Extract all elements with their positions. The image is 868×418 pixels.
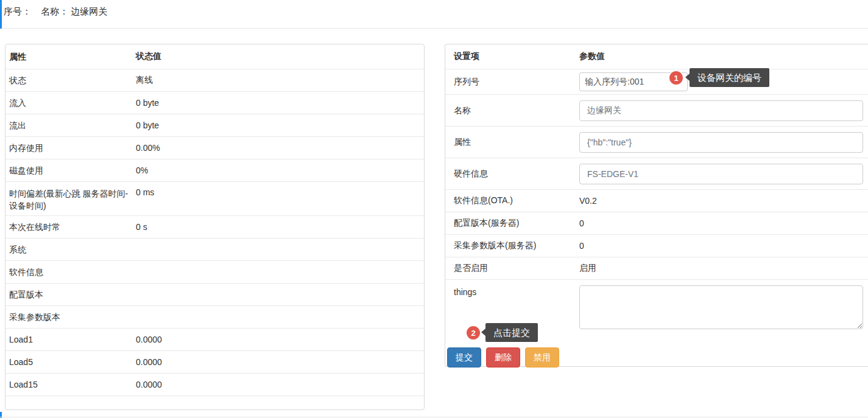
status-row: 采集参数版本 (5, 306, 424, 329)
collect-version-row: 采集参数版本(服务器) 0 (445, 235, 868, 257)
attribute-input[interactable] (579, 132, 863, 153)
serial-number-label: 序列号 (454, 77, 579, 88)
settings-panel: 设置项 参数值 序列号 名称 属性 硬件信息 (445, 44, 868, 367)
status-row-label: 配置版本 (9, 288, 136, 301)
status-row: Load5 0.0000 (5, 351, 424, 374)
name-label: 名称 (454, 105, 579, 116)
status-row: 内存使用 0.00% (5, 137, 424, 159)
col-header-param-value: 参数值 (579, 51, 868, 62)
col-header-status-value: 状态值 (136, 51, 420, 62)
hardware-info-input[interactable] (579, 164, 863, 184)
things-textarea[interactable] (579, 285, 863, 329)
status-panel: 属性 状态值 状态 离线 流入 0 byte 流出 0 byte (5, 44, 425, 410)
status-row: 状态 离线 (5, 69, 424, 92)
step-2-tooltip: 点击提交 (485, 323, 538, 342)
status-row-value: 0% (136, 165, 420, 175)
collect-version-label: 采集参数版本(服务器) (454, 240, 579, 251)
status-row-value: 离线 (136, 75, 420, 86)
status-row-label: 系统 (9, 243, 136, 256)
software-info-row: 软件信息(OTA.) V0.2 (445, 190, 868, 212)
col-header-attribute: 属性 (9, 51, 136, 63)
disable-button[interactable]: 禁用 (525, 347, 559, 367)
step-1-badge: 1 (669, 71, 683, 85)
hardware-info-label: 硬件信息 (454, 169, 579, 179)
serial-number-row: 序列号 (445, 69, 868, 95)
delete-button[interactable]: 删除 (486, 347, 520, 367)
status-row: Load15 0.0000 (5, 374, 424, 396)
software-info-label: 软件信息(OTA.) (454, 195, 579, 206)
status-row: 流入 0 byte (5, 92, 424, 114)
name-row: 名称 (445, 95, 868, 127)
status-row-label: 本次在线时常 (9, 221, 136, 233)
things-label: things (454, 280, 579, 297)
status-row: 流出 0 byte (5, 114, 424, 137)
status-row-value: 0 byte (136, 120, 420, 130)
status-row-label: 采集参数版本 (9, 311, 136, 323)
status-row: 软件信息 (5, 261, 424, 284)
status-row: 本次在线时常 0 s (5, 216, 424, 239)
collect-version-value: 0 (579, 241, 868, 251)
config-version-row: 配置版本(服务器) 0 (445, 212, 868, 235)
status-row-label: 状态 (9, 74, 136, 86)
status-row-value: 0.0000 (136, 335, 420, 344)
enabled-value: 启用 (579, 263, 868, 274)
footer-divider (0, 417, 868, 417)
step-2-badge: 2 (467, 326, 480, 340)
status-row-label: 内存使用 (9, 142, 136, 154)
device-detail-page: 序号： 名称： 边缘网关 属性 状态值 状态 离线 流入 0 byte (0, 0, 868, 418)
attribute-label: 属性 (454, 137, 579, 148)
status-row-value: 0 byte (136, 98, 420, 108)
software-info-value: V0.2 (579, 196, 868, 206)
header-accent-bar (0, 0, 2, 29)
config-version-value: 0 (579, 218, 868, 228)
enabled-label: 是否启用 (454, 263, 579, 274)
submit-button[interactable]: 提交 (447, 347, 481, 367)
name-input[interactable] (579, 100, 863, 121)
status-row-value: 0.0000 (136, 380, 420, 389)
header-name-label: 名称： (41, 6, 68, 18)
status-row-label: 软件信息 (9, 266, 136, 278)
status-row: Load1 0.0000 (5, 329, 424, 351)
config-version-label: 配置版本(服务器) (454, 218, 579, 229)
attribute-row: 属性 (445, 127, 868, 158)
col-header-setting: 设置项 (454, 51, 579, 62)
status-row-value: 0.0000 (136, 357, 420, 367)
action-buttons-row: 提交 删除 禁用 (445, 347, 868, 368)
status-row-value: 0 ms (136, 182, 420, 197)
status-row: 系统 (5, 239, 424, 261)
status-row: 时间偏差(最新心跳 服务器时间-设备时间) 0 ms (5, 182, 424, 216)
settings-table-header: 设置项 参数值 (445, 44, 868, 69)
status-row-label: 时间偏差(最新心跳 服务器时间-设备时间) (9, 182, 136, 212)
status-row-label: Load15 (9, 378, 136, 391)
status-row-value: 0 s (136, 222, 420, 232)
page-header: 序号： 名称： 边缘网关 (0, 0, 868, 29)
status-row-label: Load5 (9, 356, 136, 368)
header-serial-label: 序号： (4, 6, 31, 18)
status-row: 配置版本 (5, 284, 424, 306)
status-row-value: 0.00% (136, 143, 420, 153)
hardware-info-row: 硬件信息 (445, 158, 868, 190)
status-row-label: 流入 (9, 97, 136, 109)
header-name-value: 边缘网关 (71, 6, 107, 18)
status-row-label: Load1 (9, 333, 136, 346)
status-row-label: 流出 (9, 119, 136, 131)
status-table-header: 属性 状态值 (5, 44, 424, 69)
status-row: 磁盘使用 0% (5, 159, 424, 182)
status-rows: 状态 离线 流入 0 byte 流出 0 byte 内存使用 0.00% (5, 69, 424, 396)
status-row-label: 磁盘使用 (9, 164, 136, 176)
step-1-tooltip: 设备网关的编号 (690, 68, 769, 87)
enabled-row: 是否启用 启用 (445, 257, 868, 280)
